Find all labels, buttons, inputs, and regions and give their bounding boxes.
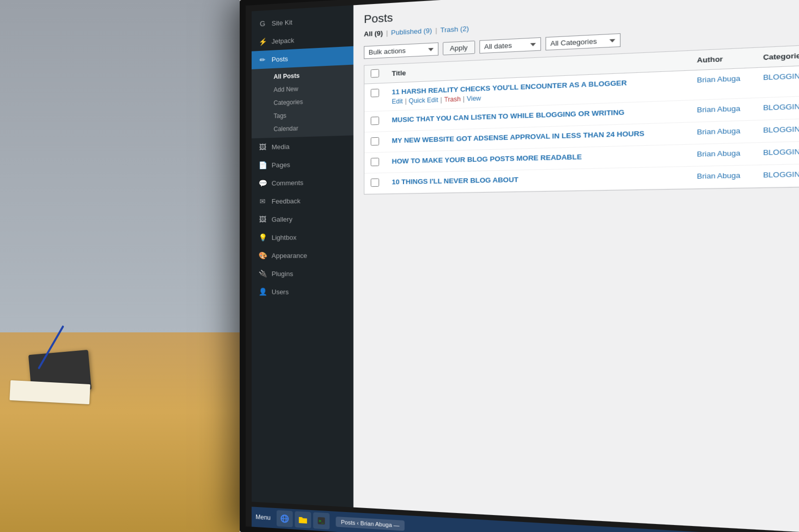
post-title-link[interactable]: MY NEW WEBSITE GOT ADSENSE APPROVAL IN L…	[392, 128, 683, 145]
post-categories-cell[interactable]: BLOGGING	[756, 117, 799, 142]
post-author-cell[interactable]: Brian Abuga	[690, 165, 756, 189]
pages-icon: 📄	[258, 160, 268, 171]
dates-select[interactable]: All dates	[479, 37, 541, 54]
plugins-icon: 🔌	[258, 268, 268, 278]
post-author-cell[interactable]: Brian Abuga	[690, 68, 756, 100]
post-categories-cell[interactable]: BLOGGING	[756, 140, 799, 165]
svg-text:>_: >_	[319, 519, 324, 524]
post-title-link[interactable]: MUSIC THAT YOU CAN LISTEN TO WHILE BLOGG…	[392, 106, 683, 124]
row-checkbox-cell	[365, 173, 386, 194]
sitekit-icon: G	[258, 18, 268, 29]
action-separator: |	[463, 95, 464, 103]
jetpack-icon: ⚡	[258, 36, 268, 47]
sidebar-item-label: Site Kit	[272, 18, 293, 27]
sidebar-item-label: Plugins	[272, 270, 293, 277]
sidebar-item-lightbox[interactable]: 💡 Lightbox	[252, 228, 354, 247]
row-checkbox-cell	[365, 83, 386, 111]
post-categories-cell[interactable]: BLOGGING, FUN	[756, 95, 799, 120]
categories-column-header: Categories	[756, 43, 799, 67]
sidebar-item-plugins[interactable]: 🔌 Plugins	[252, 265, 354, 283]
sidebar-item-appearance[interactable]: 🎨 Appearance	[252, 246, 354, 265]
wp-sidebar: G Site Kit ⚡ Jetpack ✏ Posts All Po	[252, 5, 354, 507]
posts-icon: ✏	[258, 54, 268, 65]
sep1: |	[386, 29, 388, 37]
sep2: |	[435, 26, 437, 34]
filter-all[interactable]: All (9)	[364, 29, 383, 38]
posts-table: Title Author Categories 11 HARSH REALITY…	[365, 43, 799, 194]
sidebar-item-label: Jetpack	[272, 36, 294, 45]
apply-button[interactable]: Apply	[443, 40, 475, 55]
action-separator: |	[440, 96, 442, 104]
post-categories-cell[interactable]: BLOGGING	[756, 64, 799, 98]
notebook-item	[9, 380, 90, 404]
sidebar-item-label: Feedback	[272, 197, 301, 205]
post-title-link[interactable]: HOW TO MAKE YOUR BLOG POSTS MORE READABL…	[392, 150, 683, 165]
lightbox-icon: 💡	[258, 233, 268, 243]
wp-main-content: Posts All (9) | Published (9) | Trash (2…	[354, 0, 799, 532]
action-separator: |	[405, 97, 406, 105]
users-icon: 👤	[258, 286, 268, 296]
monitor-screen: G Site Kit ⚡ Jetpack ✏ Posts All Po	[240, 0, 799, 532]
sidebar-item-pages[interactable]: 📄 Pages	[252, 154, 354, 174]
media-icon: 🖼	[258, 142, 268, 152]
comments-icon: 💬	[258, 178, 268, 188]
submenu-calendar[interactable]: Calendar	[252, 120, 354, 136]
posts-content-area: Title Author Categories 11 HARSH REALITY…	[354, 42, 799, 205]
sidebar-item-feedback[interactable]: ✉ Feedback	[252, 191, 354, 211]
post-title-link[interactable]: 10 THINGS I'LL NEVER BLOG ABOUT	[392, 172, 683, 186]
row-action-edit[interactable]: Edit	[392, 98, 403, 105]
post-author-cell[interactable]: Brian Abuga	[690, 143, 756, 167]
row-checkbox-cell	[365, 152, 386, 173]
row-checkbox[interactable]	[371, 158, 379, 166]
sidebar-item-label: Pages	[272, 161, 290, 169]
select-all-checkbox[interactable]	[371, 69, 379, 78]
row-action-quick-edit[interactable]: Quick Edit	[409, 96, 438, 105]
filter-published[interactable]: Published (9)	[391, 26, 432, 36]
browser-content: G Site Kit ⚡ Jetpack ✏ Posts All Po	[252, 0, 799, 532]
categories-select[interactable]: All Categories	[545, 33, 620, 50]
sidebar-item-label: Posts	[272, 55, 288, 63]
author-column-header: Author	[690, 48, 756, 70]
table-wrapper: Title Author Categories 11 HARSH REALITY…	[364, 43, 799, 195]
posts-submenu: All Posts Add New Categories Tags Calend…	[252, 65, 354, 139]
sidebar-item-label: Users	[272, 288, 289, 295]
row-action-view[interactable]: View	[467, 95, 481, 103]
taskbar-terminal-icon[interactable]: >_	[313, 512, 330, 530]
row-action-trash[interactable]: Trash	[444, 95, 461, 103]
post-author-cell[interactable]: Brian Abuga	[690, 98, 756, 122]
bulk-actions-select[interactable]: Bulk actions Edit Move to Trash	[364, 42, 438, 59]
sidebar-item-label: Gallery	[272, 215, 293, 223]
taskbar-folder-icon[interactable]	[295, 511, 311, 528]
sidebar-item-label: Appearance	[272, 252, 307, 259]
sidebar-item-gallery[interactable]: 🖼 Gallery	[252, 209, 354, 229]
svg-line-2	[281, 519, 288, 519]
row-checkbox[interactable]	[371, 137, 379, 146]
row-checkbox[interactable]	[371, 89, 379, 97]
post-author-cell[interactable]: Brian Abuga	[690, 120, 756, 144]
row-checkbox[interactable]	[371, 117, 379, 125]
filter-trash[interactable]: Trash (2)	[440, 24, 469, 34]
screen-bezel: G Site Kit ⚡ Jetpack ✏ Posts All Po	[240, 0, 799, 532]
feedback-icon: ✉	[258, 196, 268, 206]
taskbar-start-button[interactable]: Menu	[256, 514, 271, 522]
row-checkbox-cell	[365, 132, 386, 153]
gallery-icon: 🖼	[258, 214, 268, 224]
taskbar-active-window[interactable]: Posts ‹ Brian Abuga —	[336, 517, 404, 531]
sidebar-item-users[interactable]: 👤 Users	[252, 282, 354, 301]
wp-admin-layout: G Site Kit ⚡ Jetpack ✏ Posts All Po	[252, 0, 799, 532]
row-checkbox[interactable]	[371, 178, 379, 187]
sidebar-menu: G Site Kit ⚡ Jetpack ✏ Posts All Po	[252, 5, 354, 305]
select-all-header[interactable]	[365, 65, 386, 84]
sidebar-item-label: Comments	[272, 179, 304, 187]
post-categories-cell[interactable]: BLOGGING	[756, 163, 799, 188]
appearance-icon: 🎨	[258, 251, 268, 261]
sidebar-item-label: Lightbox	[272, 234, 297, 241]
row-checkbox-cell	[365, 111, 386, 132]
taskbar-browser-icon[interactable]	[277, 510, 293, 527]
sidebar-item-comments[interactable]: 💬 Comments	[252, 172, 354, 192]
sidebar-item-media[interactable]: 🖼 Media	[252, 135, 354, 156]
sidebar-item-label: Media	[272, 143, 290, 151]
